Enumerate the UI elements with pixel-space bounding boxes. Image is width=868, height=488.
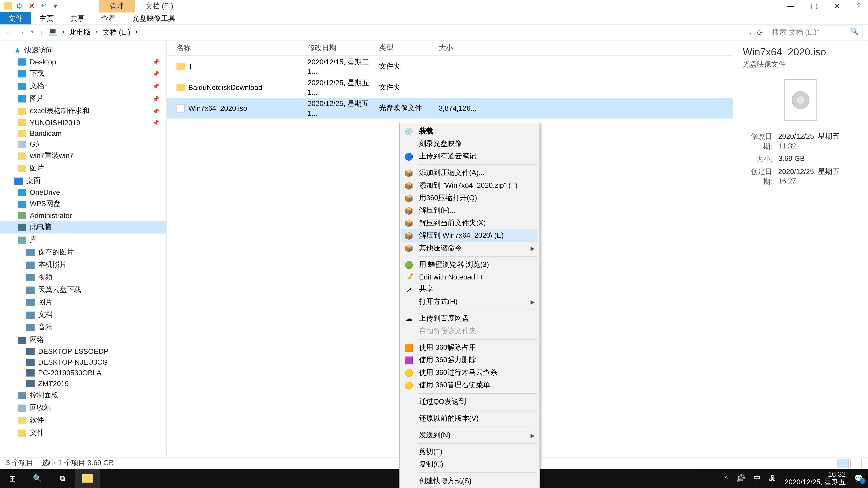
menu-item[interactable]: 🔵上传到有道云笔记	[401, 150, 538, 163]
tree-item[interactable]: 文档📌	[0, 80, 166, 92]
tray-chevron-up-icon[interactable]: ^	[725, 474, 728, 483]
tree-item[interactable]: G:\	[0, 139, 166, 149]
tab-iso-tools[interactable]: 光盘映像工具	[124, 12, 184, 24]
col-date[interactable]: 修改日期	[308, 43, 379, 53]
menu-item[interactable]: 打开方式(H)▶	[401, 295, 538, 308]
menu-item[interactable]: 🟪使用 360强力删除	[401, 354, 538, 366]
refresh-icon[interactable]: ⟳	[757, 28, 763, 37]
menu-item[interactable]: 📦解压到(F)...	[401, 204, 538, 217]
nav-chevron-down-icon[interactable]: ▾	[31, 28, 34, 37]
column-headers[interactable]: 名称 修改日期 类型 大小	[167, 40, 733, 56]
tree-item[interactable]: 视频	[0, 271, 166, 284]
tree-item[interactable]: win7重装win7	[0, 150, 166, 162]
tray-volume-icon[interactable]: 🔊	[736, 474, 745, 483]
tab-share[interactable]: 共享	[62, 12, 93, 24]
menu-item[interactable]: 📦用360压缩打开(Q)	[401, 192, 538, 204]
col-size[interactable]: 大小	[439, 43, 474, 53]
tree-item[interactable]: 网络	[0, 334, 166, 346]
tab-file[interactable]: 文件	[0, 12, 31, 24]
tree-item[interactable]: 图片📌	[0, 92, 166, 105]
qat-undo-icon[interactable]: ↶	[39, 2, 48, 10]
tree-item[interactable]: DESKTOP-LSSOEDP	[0, 346, 166, 357]
menu-item[interactable]: ↗共享	[401, 283, 538, 295]
menu-item[interactable]: 📦解压到当前文件夹(X)	[401, 217, 538, 229]
tab-home[interactable]: 主页	[31, 12, 62, 24]
menu-item[interactable]: 🟡使用 360管理右键菜单	[401, 379, 538, 391]
menu-item[interactable]: 📦添加到压缩文件(A)...	[401, 167, 538, 179]
view-icons-button[interactable]	[850, 458, 862, 468]
menu-item[interactable]: 📝Edit with Notepad++	[401, 271, 538, 283]
tree-item[interactable]: 图片	[0, 162, 166, 174]
nav-back[interactable]: ←	[5, 28, 12, 37]
tree-item[interactable]: 保存的图片	[0, 246, 166, 258]
menu-item[interactable]: ☁上传到百度网盘	[401, 312, 538, 325]
view-details-button[interactable]	[837, 458, 849, 468]
breadcrumb[interactable]: 💻 › 此电脑 › 文档 (E:) ›	[49, 27, 743, 37]
minimize-button[interactable]: —	[787, 2, 794, 10]
file-list[interactable]: 名称 修改日期 类型 大小 12020/12/15, 星期二 1...文件夹Ba…	[167, 40, 733, 457]
menu-item[interactable]: 发送到(N)▶	[401, 429, 538, 442]
menu-item[interactable]: 🟧使用 360解除占用	[401, 341, 538, 354]
menu-item[interactable]: 📦添加到 "Win7x64_2020.zip" (T)	[401, 180, 538, 192]
qat-pin-icon[interactable]: ⯐	[16, 2, 24, 10]
table-row[interactable]: 12020/12/15, 星期二 1...文件夹	[167, 56, 733, 77]
nav-tree[interactable]: ★快速访问Desktop📌下载📌文档📌图片📌excel表格制作求和📌YUNQIS…	[0, 40, 167, 457]
tree-item[interactable]: PC-20190530OBLA	[0, 367, 166, 378]
tree-item[interactable]: 本机照片	[0, 258, 166, 271]
tab-manage[interactable]: 管理	[99, 0, 135, 12]
tree-item[interactable]: 回收站	[0, 401, 166, 414]
tree-item[interactable]: Desktop📌	[0, 57, 166, 67]
task-view-button[interactable]: ⧉	[50, 469, 75, 488]
help-icon[interactable]: ?	[857, 2, 861, 10]
nav-forward[interactable]: →	[18, 28, 25, 37]
tree-item[interactable]: 文档	[0, 308, 166, 321]
tree-item[interactable]: 音乐	[0, 321, 166, 333]
tray-ime[interactable]: 中	[754, 473, 761, 484]
col-type[interactable]: 类型	[379, 43, 439, 53]
menu-item[interactable]: 📦解压到 Win7x64_2020\ (E)	[401, 229, 538, 242]
table-row[interactable]: BaiduNetdiskDownload2020/12/25, 星期五 1...…	[167, 77, 733, 98]
tray-network-icon[interactable]: 🖧	[769, 474, 776, 483]
menu-item[interactable]: 刻录光盘映像	[401, 138, 538, 150]
qat-delete-icon[interactable]: ✕	[27, 2, 36, 10]
tree-item[interactable]: 桌面	[0, 175, 166, 187]
tree-item[interactable]: WPS网盘	[0, 198, 166, 210]
table-row[interactable]: Win7x64_2020.iso2020/12/25, 星期五 1...光盘映像…	[167, 98, 733, 119]
tree-item[interactable]: 控制面板	[0, 389, 166, 401]
tree-item[interactable]: Administrator	[0, 210, 166, 221]
tab-view[interactable]: 查看	[93, 12, 124, 24]
tree-item[interactable]: excel表格制作求和📌	[0, 105, 166, 117]
nav-up[interactable]: ↑	[40, 28, 43, 37]
tree-item[interactable]: 天翼云盘下载	[0, 284, 166, 296]
menu-item[interactable]: 🟡使用 360进行木马云查杀	[401, 366, 538, 379]
tree-item[interactable]: 文件	[0, 427, 166, 439]
tree-item[interactable]: 下载📌	[0, 67, 166, 80]
tree-item[interactable]: YUNQISHI2019📌	[0, 117, 166, 128]
start-button[interactable]: ⊞	[0, 469, 25, 488]
maximize-button[interactable]: ▢	[811, 2, 817, 10]
breadcrumb-drive[interactable]: 文档 (E:)	[103, 27, 130, 37]
tree-item[interactable]: 软件	[0, 414, 166, 427]
menu-item[interactable]: 创建快捷方式(S)	[401, 475, 538, 487]
search-input[interactable]: 搜索"文档 (E:)" 🔍	[768, 26, 863, 39]
menu-item[interactable]: 还原以前的版本(V)	[401, 412, 538, 425]
menu-item[interactable]: 剪切(T)	[401, 446, 538, 458]
taskbar-explorer[interactable]	[75, 469, 100, 488]
menu-item[interactable]: 🟢用 蜂蜜浏览器 浏览(3)	[401, 258, 538, 271]
menu-item[interactable]: 💿装载	[401, 125, 538, 138]
tray-clock[interactable]: 16:32 2020/12/25, 星期五	[784, 470, 846, 486]
tree-item[interactable]: Bandicam	[0, 128, 166, 139]
tree-item[interactable]: 此电脑	[0, 221, 166, 233]
addr-chevron-down-icon[interactable]: ⌄	[747, 30, 752, 35]
menu-item[interactable]: 复制(C)	[401, 458, 538, 470]
close-button[interactable]: ✕	[834, 2, 840, 10]
menu-item[interactable]: 通过QQ发送到	[401, 396, 538, 408]
tree-item[interactable]: DESKTOP-NJEU3CG	[0, 357, 166, 367]
tree-item[interactable]: ZMT2019	[0, 378, 166, 389]
tree-item[interactable]: OneDrive	[0, 187, 166, 198]
col-name[interactable]: 名称	[177, 43, 308, 53]
menu-item[interactable]: 📦其他压缩命令▶	[401, 242, 538, 254]
tree-item[interactable]: 库	[0, 234, 166, 246]
tree-item[interactable]: 图片	[0, 296, 166, 308]
tree-item[interactable]: ★快速访问	[0, 44, 166, 57]
